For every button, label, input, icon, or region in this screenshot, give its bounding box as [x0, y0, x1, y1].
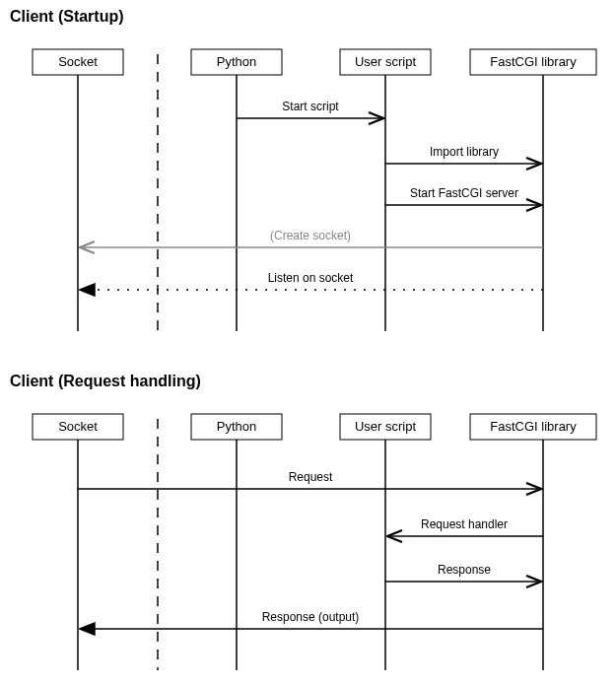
diagram-title: Client (Request handling): [10, 373, 201, 389]
svg-text:FastCGI library: FastCGI library: [490, 54, 577, 69]
svg-text:Listen on socket: Listen on socket: [268, 271, 354, 285]
svg-text:Request: Request: [289, 470, 333, 484]
actor-python: Python: [191, 49, 282, 75]
svg-text:Python: Python: [217, 419, 256, 434]
actor-user-script: User script: [340, 49, 431, 75]
actor-socket: Socket: [33, 414, 123, 440]
message-start-fastcgi-server: Start FastCGI server: [385, 186, 541, 205]
message-listen-on-socket: Listen on socket: [80, 271, 543, 290]
svg-text:User script: User script: [355, 419, 417, 434]
message-request-handler: Request handler: [387, 517, 543, 536]
sequence-diagrams: Client (Startup) Socket Python User scri…: [0, 0, 616, 687]
svg-text:Response (output): Response (output): [262, 610, 360, 624]
svg-text:FastCGI library: FastCGI library: [490, 419, 577, 434]
svg-text:Python: Python: [217, 54, 256, 69]
actor-fastcgi-library: FastCGI library: [470, 49, 596, 75]
svg-text:Start script: Start script: [282, 100, 339, 113]
message-response: Response: [385, 563, 541, 582]
actor-python: Python: [191, 414, 282, 440]
message-request: Request: [78, 470, 541, 489]
message-response-output: Response (output): [80, 610, 543, 629]
svg-text:Response: Response: [438, 563, 491, 577]
message-start-script: Start script: [237, 100, 383, 118]
svg-text:Socket: Socket: [58, 54, 98, 69]
svg-text:Import library: Import library: [430, 145, 499, 159]
diagram-title: Client (Startup): [10, 8, 124, 25]
actor-user-script: User script: [340, 414, 431, 440]
diagram-startup: Client (Startup) Socket Python User scri…: [10, 8, 596, 331]
message-import-library: Import library: [385, 145, 541, 164]
svg-text:User script: User script: [355, 54, 417, 69]
svg-text:Request handler: Request handler: [421, 517, 508, 531]
svg-text:Start FastCGI server: Start FastCGI server: [410, 186, 518, 200]
svg-text:Socket: Socket: [58, 419, 98, 434]
actor-fastcgi-library: FastCGI library: [470, 414, 596, 440]
message-create-socket: (Create socket): [80, 229, 543, 247]
svg-text:(Create socket): (Create socket): [270, 229, 351, 242]
actor-socket: Socket: [33, 49, 123, 75]
diagram-request-handling: Client (Request handling) Socket Python …: [10, 373, 596, 670]
